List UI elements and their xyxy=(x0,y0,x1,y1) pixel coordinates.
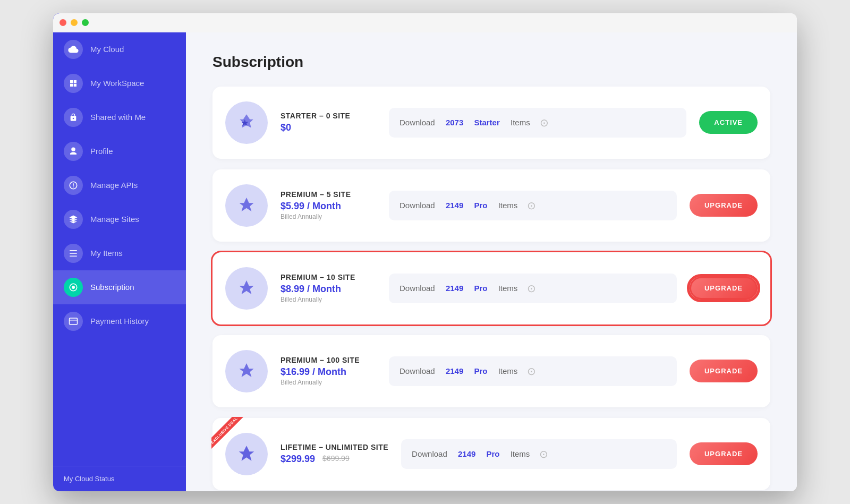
premium5-plan-price: $5.99 / Month xyxy=(280,201,376,212)
sidebar-label-manage-sites: Manage Sites xyxy=(90,215,139,224)
sidebar-label-my-items: My Items xyxy=(90,249,123,258)
sidebar-item-my-items[interactable]: My Items xyxy=(53,236,186,270)
starter-active-button[interactable]: ACTIVE xyxy=(699,111,758,134)
premium10-download-suffix: Items xyxy=(498,284,518,293)
premium5-plan-billed: Billed Annually xyxy=(280,213,376,220)
sidebar-bottom-status: My Cloud Status xyxy=(53,466,186,491)
lifetime-plan-info: LIFETIME – UNLIMITED SITE $299.99 $699.9… xyxy=(280,443,388,465)
premium5-download-prefix: Download xyxy=(400,201,435,210)
premium5-plan-description: Download 2149 Pro Items ⊙ xyxy=(389,191,677,220)
lifetime-upgrade-button[interactable]: UPGRADE xyxy=(690,442,758,465)
sidebar: My Cloud My WorkSpace Shared with Me xyxy=(53,13,186,491)
lifetime-download-suffix: Items xyxy=(511,449,530,458)
starter-download-suffix: Items xyxy=(511,118,530,127)
lifetime-plan-price-old: $699.99 xyxy=(322,454,350,463)
premium5-download-count: 2149 xyxy=(446,201,463,210)
premium100-plan-description: Download 2149 Pro Items ⊙ xyxy=(389,356,677,386)
starter-download-count: 2073 xyxy=(446,118,463,127)
premium100-expand-icon[interactable]: ⊙ xyxy=(527,365,536,378)
premium10-plan-billed: Billed Annually xyxy=(280,296,376,303)
svg-point-1 xyxy=(72,286,75,289)
premium5-plan-name: PREMIUM – 5 SITE xyxy=(280,190,376,199)
cloud-status-label: My Cloud Status xyxy=(64,475,114,483)
sites-icon xyxy=(64,210,83,229)
premium5-plan-icon xyxy=(225,184,268,227)
premium100-plan-name: PREMIUM – 100 SITE xyxy=(280,356,376,364)
premium5-plan-action: UPGRADE xyxy=(690,194,758,217)
sidebar-item-my-workspace[interactable]: My WorkSpace xyxy=(53,66,186,100)
premium10-download-count: 2149 xyxy=(446,284,463,293)
lifetime-expand-icon[interactable]: ⊙ xyxy=(539,448,548,460)
close-button[interactable] xyxy=(60,19,66,26)
items-icon xyxy=(64,244,83,263)
sidebar-item-subscription[interactable]: Subscription xyxy=(53,270,186,304)
premium10-download-tier: Pro xyxy=(474,284,487,293)
premium10-expand-icon[interactable]: ⊙ xyxy=(527,282,536,295)
premium100-download-tier: Pro xyxy=(474,366,487,375)
api-icon xyxy=(64,176,83,195)
plan-card-lifetime: EXCLUSIVE DEAL LIFETIME – UNLIMITED SITE… xyxy=(212,418,770,490)
svg-rect-2 xyxy=(70,318,78,324)
minimize-button[interactable] xyxy=(71,19,78,26)
share-icon xyxy=(64,108,83,127)
exclusive-badge-wrap: EXCLUSIVE DEAL xyxy=(211,417,250,455)
premium10-plan-name: PREMIUM – 10 SITE xyxy=(280,273,376,281)
page-title: Subscription xyxy=(212,54,770,71)
plan-card-starter: STARTER – 0 SITE $0 Download 2073 Starte… xyxy=(212,87,770,159)
plan-card-premium-10: PREMIUM – 10 SITE $8.99 / Month Billed A… xyxy=(212,252,770,324)
exclusive-badge: EXCLUSIVE DEAL xyxy=(211,417,243,450)
premium10-plan-info: PREMIUM – 10 SITE $8.99 / Month Billed A… xyxy=(280,273,376,303)
sidebar-label-my-workspace: My WorkSpace xyxy=(90,79,144,88)
sidebar-label-subscription: Subscription xyxy=(90,283,134,292)
starter-download-prefix: Download xyxy=(400,118,435,127)
sidebar-label-my-cloud: My Cloud xyxy=(90,45,124,54)
lifetime-plan-action: UPGRADE xyxy=(690,442,758,465)
workspace-icon xyxy=(64,74,83,93)
sidebar-item-manage-apis[interactable]: Manage APIs xyxy=(53,168,186,202)
premium100-plan-price: $16.99 / Month xyxy=(280,366,376,378)
sidebar-item-payment-history[interactable]: Payment History xyxy=(53,304,186,338)
premium5-plan-info: PREMIUM – 5 SITE $5.99 / Month Billed An… xyxy=(280,190,376,220)
premium100-plan-icon xyxy=(225,350,268,392)
starter-plan-price: $0 xyxy=(280,122,376,133)
premium100-download-count: 2149 xyxy=(446,366,463,375)
plan-card-premium-5: PREMIUM – 5 SITE $5.99 / Month Billed An… xyxy=(212,169,770,242)
titlebar xyxy=(53,13,797,32)
lifetime-plan-description: Download 2149 Pro Items ⊙ xyxy=(401,439,677,469)
premium5-expand-icon[interactable]: ⊙ xyxy=(527,199,536,212)
starter-plan-info: STARTER – 0 SITE $0 xyxy=(280,112,376,133)
lifetime-download-tier: Pro xyxy=(487,449,500,458)
premium10-plan-price: $8.99 / Month xyxy=(280,284,376,295)
starter-expand-icon[interactable]: ⊙ xyxy=(540,116,549,129)
lifetime-download-prefix: Download xyxy=(412,449,447,458)
payment-icon xyxy=(64,312,83,331)
premium5-upgrade-button[interactable]: UPGRADE xyxy=(690,194,758,217)
sidebar-label-manage-apis: Manage APIs xyxy=(90,181,138,190)
premium10-plan-description: Download 2149 Pro Items ⊙ xyxy=(389,274,677,303)
premium100-download-prefix: Download xyxy=(400,366,435,375)
starter-plan-action: ACTIVE xyxy=(699,111,758,134)
lifetime-download-count: 2149 xyxy=(458,449,475,458)
sidebar-label-profile: Profile xyxy=(90,147,113,156)
plan-card-premium-100: PREMIUM – 100 SITE $16.99 / Month Billed… xyxy=(212,335,770,407)
premium5-download-suffix: Items xyxy=(498,201,518,210)
subscription-page: Subscription STARTER – 0 SITE $0 Downloa… xyxy=(186,32,797,491)
sidebar-item-shared-with-me[interactable]: Shared with Me xyxy=(53,100,186,134)
premium100-plan-info: PREMIUM – 100 SITE $16.99 / Month Billed… xyxy=(280,356,376,386)
starter-plan-description: Download 2073 Starter Items ⊙ xyxy=(389,108,686,138)
premium100-upgrade-button[interactable]: UPGRADE xyxy=(690,360,758,382)
sidebar-item-manage-sites[interactable]: Manage Sites xyxy=(53,202,186,236)
premium5-download-tier: Pro xyxy=(474,201,487,210)
maximize-button[interactable] xyxy=(82,19,89,26)
sidebar-label-payment-history: Payment History xyxy=(90,317,149,326)
premium100-plan-billed: Billed Annually xyxy=(280,379,376,386)
premium100-download-suffix: Items xyxy=(498,366,518,375)
premium100-plan-action: UPGRADE xyxy=(690,360,758,382)
app-window: My Cloud My WorkSpace Shared with Me xyxy=(53,13,797,491)
starter-download-tier: Starter xyxy=(474,118,499,127)
subscription-icon xyxy=(64,278,83,297)
sidebar-item-my-cloud[interactable]: My Cloud xyxy=(53,32,186,66)
starter-plan-icon xyxy=(225,101,268,144)
premium10-upgrade-button[interactable]: UPGRADE xyxy=(690,277,758,300)
sidebar-item-profile[interactable]: Profile xyxy=(53,134,186,168)
